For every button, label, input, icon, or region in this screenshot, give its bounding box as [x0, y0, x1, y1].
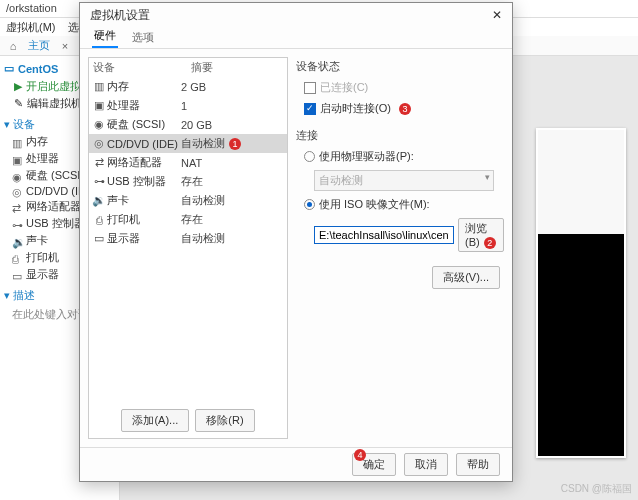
dialog-footer: 4 确定 取消 帮助: [80, 447, 512, 481]
device-row[interactable]: ▥内存2 GB: [89, 77, 287, 96]
device-row[interactable]: ◎CD/DVD (IDE)自动检测1: [89, 134, 287, 153]
network-icon: ⇄: [12, 202, 22, 212]
checkbox-connect-at-poweron[interactable]: 启动时连接(O) 3: [304, 101, 504, 116]
radio-use-iso[interactable]: 使用 ISO 映像文件(M):: [304, 197, 504, 212]
tab-options[interactable]: 选项: [130, 27, 156, 48]
help-button[interactable]: 帮助: [456, 453, 500, 476]
checkbox-connected[interactable]: 已连接(C): [304, 80, 504, 95]
browse-button[interactable]: 浏览(B)2: [458, 218, 504, 252]
device-row[interactable]: ▣处理器1: [89, 96, 287, 115]
device-summary: 1: [181, 100, 283, 112]
section-connection: 连接: [296, 128, 504, 143]
checkbox-checked-icon: [304, 103, 316, 115]
remove-device-button[interactable]: 移除(R): [195, 409, 254, 432]
device-icon: ◎: [93, 138, 105, 150]
device-icon: ⊶: [93, 176, 105, 188]
tab-hardware[interactable]: 硬件: [92, 25, 118, 48]
device-icon: ▥: [93, 81, 105, 93]
iso-path-input[interactable]: [314, 226, 454, 244]
annotation-marker-4: 4: [354, 449, 366, 461]
close-tab-icon[interactable]: ×: [58, 39, 72, 53]
memory-icon: ▥: [12, 137, 22, 147]
device-icon: ⎙: [93, 214, 105, 226]
device-name: 网络适配器: [107, 155, 162, 170]
usb-icon: ⊶: [12, 219, 22, 229]
device-list-header: 设备 摘要: [89, 58, 287, 77]
printer-icon: ⎙: [12, 253, 22, 263]
vm-preview[interactable]: [536, 128, 626, 458]
physical-drive-select[interactable]: 自动检测: [314, 170, 494, 191]
dialog-titlebar: 虚拟机设置 ✕: [80, 3, 512, 27]
cpu-icon: ▣: [12, 154, 22, 164]
menu-vm[interactable]: 虚拟机(M): [6, 20, 56, 34]
device-row[interactable]: ◉硬盘 (SCSI)20 GB: [89, 115, 287, 134]
dialog-tabs: 硬件 选项: [80, 27, 512, 49]
annotation-marker-1: 1: [229, 138, 241, 150]
device-summary: 自动检测: [181, 193, 283, 208]
disk-icon: ◉: [12, 171, 22, 181]
device-name: USB 控制器: [107, 174, 166, 189]
sound-icon: 🔉: [12, 236, 22, 246]
device-summary: 20 GB: [181, 119, 283, 131]
device-summary: NAT: [181, 157, 283, 169]
vm-preview-top: [538, 130, 624, 234]
device-list[interactable]: ▥内存2 GB▣处理器1◉硬盘 (SCSI)20 GB◎CD/DVD (IDE)…: [89, 77, 287, 402]
device-name: 内存: [107, 79, 129, 94]
radio-use-physical-drive[interactable]: 使用物理驱动器(P):: [304, 149, 504, 164]
vm-preview-screen: [538, 234, 624, 456]
device-name: 硬盘 (SCSI): [107, 117, 165, 132]
device-row[interactable]: ⎙打印机存在: [89, 210, 287, 229]
toolbar-home[interactable]: 主页: [24, 38, 54, 53]
device-row[interactable]: ⊶USB 控制器存在: [89, 172, 287, 191]
cancel-button[interactable]: 取消: [404, 453, 448, 476]
section-device-status: 设备状态: [296, 59, 504, 74]
play-icon: ▶: [14, 80, 22, 93]
device-icon: ▭: [93, 233, 105, 245]
home-icon[interactable]: ⌂: [6, 39, 20, 53]
device-icon: 🔉: [93, 195, 105, 207]
col-device: 设备: [93, 60, 191, 75]
device-name: 打印机: [107, 212, 140, 227]
device-row[interactable]: ⇄网络适配器NAT: [89, 153, 287, 172]
dialog-title: 虚拟机设置: [90, 7, 150, 24]
add-device-button[interactable]: 添加(A)...: [121, 409, 189, 432]
display-icon: ▭: [12, 270, 22, 280]
device-summary: 2 GB: [181, 81, 283, 93]
device-name: 显示器: [107, 231, 140, 246]
device-icon: ⇄: [93, 157, 105, 169]
device-summary: 自动检测1: [181, 136, 283, 151]
edit-icon: ✎: [14, 97, 23, 110]
device-summary: 自动检测: [181, 231, 283, 246]
device-panel: 设备 摘要 ▥内存2 GB▣处理器1◉硬盘 (SCSI)20 GB◎CD/DVD…: [88, 57, 288, 439]
watermark: CSDN @陈福国: [561, 482, 632, 496]
annotation-marker-3: 3: [399, 103, 411, 115]
device-name: 处理器: [107, 98, 140, 113]
device-name: CD/DVD (IDE): [107, 138, 178, 150]
device-row[interactable]: ▭显示器自动检测: [89, 229, 287, 248]
device-settings-panel: 设备状态 已连接(C) 启动时连接(O) 3 连接 使用物理驱动器(P): 自动…: [296, 57, 504, 439]
disc-icon: ◎: [12, 186, 22, 196]
col-summary: 摘要: [191, 60, 213, 75]
device-icon: ▣: [93, 100, 105, 112]
radio-icon: [304, 151, 315, 162]
vm-settings-dialog: 虚拟机设置 ✕ 硬件 选项 设备 摘要 ▥内存2 GB▣处理器1◉硬盘 (SCS…: [79, 2, 513, 482]
vm-icon: ▭: [4, 62, 14, 75]
radio-checked-icon: [304, 199, 315, 210]
device-summary: 存在: [181, 212, 283, 227]
device-icon: ◉: [93, 119, 105, 131]
advanced-button[interactable]: 高级(V)...: [432, 266, 500, 289]
device-name: 声卡: [107, 193, 129, 208]
annotation-marker-2: 2: [484, 237, 496, 249]
device-summary: 存在: [181, 174, 283, 189]
close-icon[interactable]: ✕: [488, 6, 506, 24]
checkbox-icon: [304, 82, 316, 94]
device-row[interactable]: 🔉声卡自动检测: [89, 191, 287, 210]
